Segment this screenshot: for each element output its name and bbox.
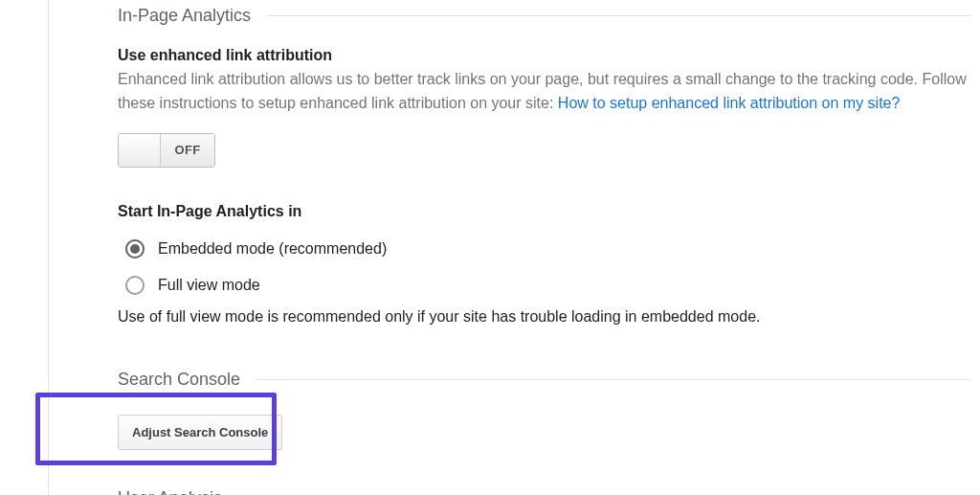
enhanced-link-attribution-description: Enhanced link attribution allows us to b… bbox=[118, 68, 970, 116]
radio-selected-icon bbox=[125, 239, 145, 259]
section-header-user-analysis: User Analysis bbox=[118, 488, 970, 495]
divider bbox=[256, 379, 970, 380]
toggle-handle bbox=[119, 134, 161, 167]
enhanced-link-attribution-toggle[interactable]: OFF bbox=[118, 133, 215, 168]
enhanced-link-attribution-help-link[interactable]: How to setup enhanced link attribution o… bbox=[558, 95, 901, 111]
radio-option-fullview[interactable]: Full view mode bbox=[118, 270, 970, 306]
radio-label: Full view mode bbox=[158, 277, 260, 294]
section-title: In-Page Analytics bbox=[118, 6, 251, 26]
section-title: Search Console bbox=[118, 370, 240, 390]
adjust-search-console-button[interactable]: Adjust Search Console bbox=[118, 415, 282, 450]
radio-label: Embedded mode (recommended) bbox=[158, 240, 387, 258]
section-header-search-console: Search Console bbox=[118, 370, 970, 390]
start-inpage-heading: Start In-Page Analytics in bbox=[118, 203, 970, 220]
toggle-state-label: OFF bbox=[161, 134, 214, 167]
enhanced-link-attribution-heading: Use enhanced link attribution bbox=[118, 47, 970, 64]
start-inpage-radio-group: Embedded mode (recommended) Full view mo… bbox=[118, 234, 970, 306]
fullview-note: Use of full view mode is recommended onl… bbox=[118, 308, 970, 326]
section-header-inpage-analytics: In-Page Analytics bbox=[118, 6, 970, 26]
radio-option-embedded[interactable]: Embedded mode (recommended) bbox=[118, 234, 970, 270]
divider bbox=[266, 15, 970, 16]
radio-unselected-icon bbox=[125, 276, 145, 295]
section-title: User Analysis bbox=[118, 488, 222, 495]
